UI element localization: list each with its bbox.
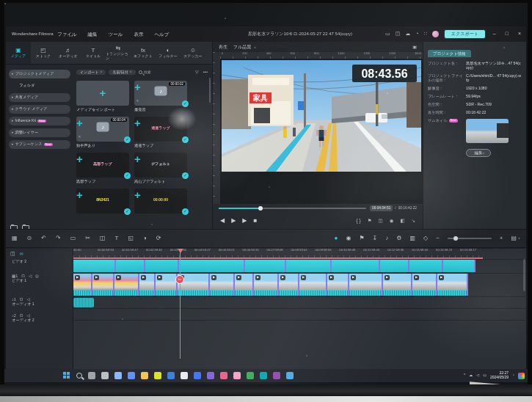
close-button[interactable]: ×	[516, 31, 523, 37]
sidebar-item[interactable]: ▸ サブシーケンス New	[9, 140, 70, 149]
video2-clip[interactable]	[245, 260, 286, 272]
timeline-tool-icon[interactable]: ⊙	[27, 235, 32, 241]
timeline-tool-icon[interactable]: ▭	[70, 235, 76, 241]
search-input[interactable]: 検索	[139, 70, 151, 75]
manage-tracks-icon[interactable]: ◫	[10, 251, 15, 259]
video1-clip[interactable]: ▶	[114, 274, 139, 296]
check-icon[interactable]: ✓	[182, 136, 189, 143]
playhead[interactable]	[180, 249, 181, 359]
timeline-zoom-slider[interactable]	[448, 238, 492, 239]
filter-icon[interactable]: ▽	[195, 70, 199, 75]
audio1-clip[interactable]	[73, 298, 94, 307]
zoom-in-icon[interactable]: +	[500, 235, 503, 241]
photos-app-icon[interactable]	[518, 373, 525, 379]
media-tile[interactable]: + ♪ ≈ 黒部ラップ ✓ 黒部ラップ	[76, 153, 129, 184]
timeline-tool-icon[interactable]: ◑	[143, 235, 147, 241]
preview-image-icon[interactable]: ▣	[412, 45, 417, 50]
more-icon[interactable]: •••	[203, 70, 208, 75]
avatar[interactable]	[432, 31, 439, 37]
zoom-out-icon[interactable]: −	[436, 235, 440, 241]
taskbar-app-icon[interactable]	[101, 372, 109, 379]
playhead-pin[interactable]	[178, 249, 183, 253]
timeline-ruler[interactable]: 00:0000:00:59:5300:01:59:4700:02:59:4000…	[73, 249, 484, 257]
video1-clip[interactable]: ▶	[349, 274, 383, 296]
video1-clip[interactable]: ▶	[254, 274, 279, 296]
asset-tab[interactable]: T タイトル	[81, 42, 106, 64]
media-tile[interactable]: + ♪ ≈ デフォルト ✓ 高山プデフォルト	[134, 153, 187, 184]
taskbar-app-icon[interactable]	[220, 372, 227, 379]
timeline-tool-icon[interactable]: ▦	[12, 235, 18, 241]
video2-clip[interactable]	[443, 260, 475, 272]
video-frame[interactable]: 家具	[222, 60, 421, 172]
sidebar-item[interactable]: ▸ Influence Kit New	[9, 117, 70, 125]
cloud-upload-icon[interactable]: ☁	[405, 31, 410, 37]
video2-clip[interactable]	[380, 260, 409, 272]
previous-frame-button[interactable]: ◀	[220, 217, 225, 224]
check-icon[interactable]: ✓	[124, 136, 131, 143]
zoom-slider-handle[interactable]	[453, 236, 458, 241]
export-button[interactable]: エクスポート	[444, 29, 486, 39]
stop-button[interactable]: ■	[253, 217, 257, 224]
export-frame-icon[interactable]: ↧	[373, 235, 378, 241]
import-dropdown[interactable]: インポート∨	[76, 70, 106, 76]
display-mode-icon[interactable]: ▭	[385, 31, 390, 37]
timeline-scrollbar[interactable]	[523, 259, 525, 291]
timeline-view-toggle[interactable]: ▤∨	[511, 235, 521, 241]
start-button[interactable]	[63, 372, 70, 379]
menu-item[interactable]: ファイル	[57, 32, 77, 37]
mute-button[interactable]: ◧	[400, 218, 404, 223]
network-icon[interactable]: ☁	[469, 373, 473, 378]
render-preview-icon[interactable]: ▥	[409, 235, 415, 241]
taskbar-app-icon[interactable]	[167, 372, 175, 379]
timeline-tool-icon[interactable]: ↷	[56, 235, 61, 241]
check-icon[interactable]: ✓	[182, 100, 189, 107]
video1-clip[interactable]: ▶	[92, 274, 114, 296]
sidebar-item[interactable]: ▸ クラウド メディア	[9, 105, 70, 114]
asset-tab[interactable]: ♬ オーディオ	[56, 42, 81, 64]
sidebar-item[interactable]: ▸ 共有メディア	[9, 93, 70, 102]
menu-item[interactable]: 編集	[88, 32, 98, 37]
menu-item[interactable]: ツール	[109, 32, 123, 37]
tray-chevron-icon[interactable]: ^	[464, 373, 465, 378]
video2-clip[interactable]	[286, 260, 332, 272]
taskbar-app-icon[interactable]	[260, 372, 267, 379]
asset-tab[interactable]: ◰ ストック	[31, 42, 56, 64]
taskbar-app-icon[interactable]	[154, 372, 161, 379]
taskbar-clock[interactable]: 22:27 2024/05/29	[490, 371, 509, 380]
media-tile[interactable]: + ♪ ≈ 8N3421 ✓	[76, 189, 129, 216]
video1-clip[interactable]: ▶	[299, 274, 327, 296]
marker-icon[interactable]: ⚑	[359, 235, 364, 241]
asset-tab[interactable]: ⇆ トランジション	[106, 42, 131, 64]
asset-tab[interactable]: ☺ ステッカー	[181, 42, 205, 64]
video2-clip[interactable]	[116, 260, 145, 272]
check-icon[interactable]: ✓	[124, 208, 131, 215]
seek-handle[interactable]	[258, 206, 263, 211]
taskbar-app-icon[interactable]	[128, 372, 135, 379]
plugin-icon[interactable]: ◫	[396, 31, 401, 37]
timeline-tool-icon[interactable]: ◱	[128, 235, 134, 241]
seek-bar[interactable]	[219, 208, 366, 209]
timeline-tool-icon[interactable]: ✂	[85, 235, 90, 241]
keyframe-icon[interactable]: ◇	[423, 235, 428, 241]
taskbar-app-icon[interactable]	[207, 372, 214, 379]
video1-clip[interactable]: ▶	[156, 274, 178, 296]
menu-item[interactable]: ヘルプ	[154, 32, 169, 37]
timeline-content[interactable]: 00:0000:00:59:5300:01:59:4700:02:59:4000…	[73, 249, 526, 369]
mute-icon[interactable]: ◁	[29, 274, 32, 278]
video2-clip[interactable]	[73, 260, 116, 272]
dual-display-button[interactable]: ◫	[379, 218, 383, 223]
check-icon[interactable]: ✓	[124, 172, 131, 179]
record-button[interactable]: ●	[335, 235, 338, 241]
audio-mixer-icon[interactable]: ♪	[385, 235, 388, 241]
settings-gear-icon[interactable]: ⚙	[396, 235, 401, 241]
taskbar-app-icon[interactable]	[286, 372, 294, 379]
timeline-tool-icon[interactable]: ⟳	[156, 235, 161, 241]
sidebar-item[interactable]: ▸ 調整レイヤー	[9, 128, 70, 137]
video2-clip[interactable]	[332, 260, 380, 272]
taskbar-search-icon[interactable]	[76, 373, 82, 379]
play-menu[interactable]: 再生	[219, 45, 227, 50]
video2-clip[interactable]	[145, 260, 179, 272]
marker-flag-button[interactable]: ⚑	[368, 218, 372, 223]
preview-render-icon[interactable]: ◉	[346, 235, 351, 241]
menu-item[interactable]: 表示	[134, 32, 143, 37]
